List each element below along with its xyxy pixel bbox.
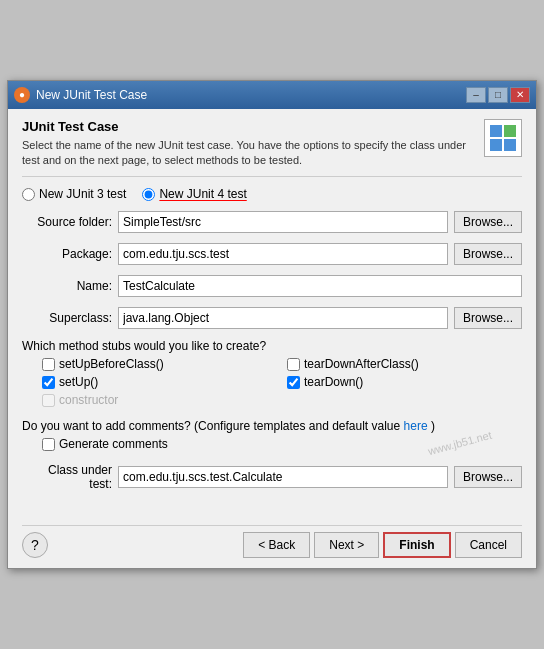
superclass-input[interactable] — [118, 307, 448, 329]
radio-junit3[interactable]: New JUnit 3 test — [22, 187, 126, 201]
dialog-content: JUnit Test Case Select the name of the n… — [8, 109, 536, 569]
help-button[interactable]: ? — [22, 532, 48, 558]
generate-comments-input[interactable] — [42, 438, 55, 451]
junit-icon — [484, 119, 522, 157]
finish-button[interactable]: Finish — [383, 532, 450, 558]
radio-junit4-label: New JUnit 4 test — [159, 187, 246, 201]
checkbox-setupbeforeclass[interactable]: setUpBeforeClass() — [42, 357, 277, 371]
superclass-row: Superclass: Browse... — [22, 307, 522, 329]
radio-group: New JUnit 3 test New JUnit 4 test — [22, 185, 522, 203]
header-section: JUnit Test Case Select the name of the n… — [22, 119, 522, 178]
source-folder-row: Source folder: Browse... — [22, 211, 522, 233]
checkbox-constructor-label: constructor — [59, 393, 118, 407]
class-under-test-browse-button[interactable]: Browse... — [454, 466, 522, 488]
checkbox-teardown-label: tearDown() — [304, 375, 363, 389]
checkbox-setup-input[interactable] — [42, 376, 55, 389]
checkbox-setup-label: setUp() — [59, 375, 98, 389]
generate-comments-label: Generate comments — [59, 437, 168, 451]
generate-comments-checkbox[interactable]: Generate comments — [22, 437, 522, 451]
method-stubs-checkboxes: setUpBeforeClass() tearDownAfterClass() … — [22, 357, 522, 407]
checkbox-setup[interactable]: setUp() — [42, 375, 277, 389]
checkbox-constructor-input — [42, 394, 55, 407]
name-label: Name: — [22, 279, 112, 293]
checkbox-setupbeforeclass-label: setUpBeforeClass() — [59, 357, 164, 371]
comments-section: Do you want to add comments? (Configure … — [22, 419, 522, 451]
title-bar: ● New JUnit Test Case – □ ✕ — [8, 81, 536, 109]
class-under-test-label: Class under test: — [22, 463, 112, 491]
class-under-test-input[interactable] — [118, 466, 448, 488]
radio-junit4-input[interactable] — [142, 188, 155, 201]
checkbox-constructor[interactable]: constructor — [42, 393, 277, 407]
minimize-button[interactable]: – — [466, 87, 486, 103]
maximize-button[interactable]: □ — [488, 87, 508, 103]
package-row: Package: Browse... — [22, 243, 522, 265]
window-title: New JUnit Test Case — [36, 88, 147, 102]
radio-junit3-label: New JUnit 3 test — [39, 187, 126, 201]
checkbox-teardownafterclass-input[interactable] — [287, 358, 300, 371]
source-folder-input[interactable] — [118, 211, 448, 233]
superclass-browse-button[interactable]: Browse... — [454, 307, 522, 329]
package-label: Package: — [22, 247, 112, 261]
name-row: Name: — [22, 275, 522, 297]
comments-link[interactable]: here — [404, 419, 428, 433]
method-stubs-label: Which method stubs would you like to cre… — [22, 339, 522, 353]
header-title: JUnit Test Case — [22, 119, 474, 134]
dialog-window: ● New JUnit Test Case – □ ✕ JUnit Test C… — [7, 80, 537, 570]
next-button[interactable]: Next > — [314, 532, 379, 558]
window-controls: – □ ✕ — [466, 87, 530, 103]
checkbox-teardownafterclass[interactable]: tearDownAfterClass() — [287, 357, 522, 371]
button-row: ? < Back Next > Finish Cancel — [22, 532, 522, 558]
comments-description: Do you want to add comments? (Configure … — [22, 419, 522, 433]
window-icon: ● — [14, 87, 30, 103]
package-input[interactable] — [118, 243, 448, 265]
checkbox-teardownafterclass-label: tearDownAfterClass() — [304, 357, 419, 371]
footer-separator — [22, 525, 522, 526]
radio-junit3-input[interactable] — [22, 188, 35, 201]
class-under-test-row: Class under test: Browse... — [22, 463, 522, 491]
close-button[interactable]: ✕ — [510, 87, 530, 103]
footer-area: ? < Back Next > Finish Cancel — [22, 517, 522, 558]
source-folder-label: Source folder: — [22, 215, 112, 229]
header-description: Select the name of the new JUnit test ca… — [22, 138, 474, 169]
radio-junit4[interactable]: New JUnit 4 test — [142, 187, 246, 201]
source-folder-browse-button[interactable]: Browse... — [454, 211, 522, 233]
superclass-label: Superclass: — [22, 311, 112, 325]
method-stubs-section: Which method stubs would you like to cre… — [22, 339, 522, 411]
name-input[interactable] — [118, 275, 522, 297]
navigation-buttons: < Back Next > Finish Cancel — [243, 532, 522, 558]
back-button[interactable]: < Back — [243, 532, 310, 558]
checkbox-teardown[interactable]: tearDown() — [287, 375, 522, 389]
cancel-button[interactable]: Cancel — [455, 532, 522, 558]
package-browse-button[interactable]: Browse... — [454, 243, 522, 265]
checkbox-setupbeforeclass-input[interactable] — [42, 358, 55, 371]
checkbox-teardown-input[interactable] — [287, 376, 300, 389]
